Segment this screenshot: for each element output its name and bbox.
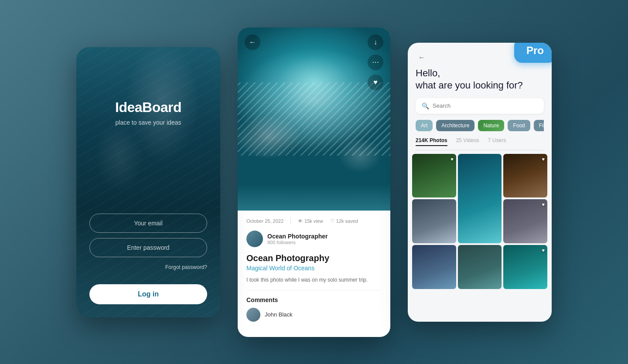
photo-subtitle: Magical World of Oceans <box>246 265 382 272</box>
photo-detail-screen: ← ↓ ⋯ ♥ October 25, 2022 👁 15k view ♡ 12… <box>238 27 390 337</box>
wave-foam-decoration <box>238 82 390 156</box>
nav-actions: ↓ ⋯ ♥ <box>368 34 383 90</box>
photo-title: Ocean Photography <box>246 253 382 263</box>
grid-image-ocean <box>458 154 502 243</box>
search-input[interactable] <box>433 102 538 109</box>
download-icon[interactable]: ↓ <box>368 34 383 50</box>
grid-image-alpine <box>412 245 456 289</box>
photo-meta: October 25, 2022 👁 15k view ♡ 12k saved <box>246 218 382 225</box>
grid-heart-icon-3[interactable]: ♥ <box>542 156 545 162</box>
photo-grid: ♥ ♥ <box>412 150 547 293</box>
grid-item-8[interactable]: ♥ <box>503 245 547 289</box>
tag-food[interactable]: Food <box>508 120 530 131</box>
photo-detail-body: October 25, 2022 👁 15k view ♡ 12k saved … <box>238 211 390 337</box>
browse-greeting: Hello, what are you looking for? <box>416 67 544 92</box>
comment-item: John Black <box>246 308 382 322</box>
author-info: Ocean Photographer 800 followers <box>267 233 328 245</box>
grid-heart-icon-8[interactable]: ♥ <box>542 248 545 253</box>
photo-views: 👁 15k view <box>298 218 323 224</box>
login-screen: IdeaBoard place to save your ideas Forgo… <box>76 47 220 317</box>
login-title: IdeaBoard <box>115 99 181 116</box>
author-followers: 800 followers <box>267 240 328 245</box>
grid-image-lake <box>458 245 502 289</box>
browse-grid-container: ♥ ♥ <box>408 150 552 293</box>
tab-photos[interactable]: 214K Photos <box>416 137 447 146</box>
author-name: Ocean Photographer <box>267 233 328 240</box>
grid-image-cliff <box>503 199 547 243</box>
more-options-icon[interactable]: ⋯ <box>368 54 383 70</box>
grid-item-2[interactable] <box>458 154 502 243</box>
grid-item-5[interactable]: ♥ <box>503 199 547 243</box>
browse-screen: Pro ← Hello, what are you looking for? 🔍… <box>408 43 552 322</box>
tag-nature[interactable]: Nature <box>478 120 504 131</box>
grid-image-forest <box>412 154 456 198</box>
login-button[interactable]: Log in <box>89 284 207 304</box>
search-icon: 🔍 <box>422 102 429 109</box>
category-tags: Art Architecture Nature Food Film <box>416 120 544 131</box>
eye-icon: 👁 <box>298 218 303 224</box>
browse-back-icon[interactable]: ← <box>416 51 428 64</box>
grid-heart-icon-5[interactable]: ♥ <box>542 202 545 207</box>
grid-item-1[interactable]: ♥ <box>412 154 456 198</box>
search-bar[interactable]: 🔍 <box>416 98 544 114</box>
pro-badge[interactable]: Pro <box>514 43 552 63</box>
author-avatar <box>246 231 263 247</box>
grid-item-7[interactable] <box>458 245 502 289</box>
tab-users[interactable]: 7 Users <box>488 137 506 146</box>
forgot-password-link[interactable]: Forgot password? <box>89 264 207 270</box>
grid-image-mushroom <box>503 154 547 198</box>
tab-videos[interactable]: 25 Videos <box>456 137 479 146</box>
grid-item-3[interactable]: ♥ <box>503 154 547 198</box>
grid-image-teal <box>503 245 547 289</box>
password-input[interactable] <box>89 238 207 257</box>
grid-item-6[interactable] <box>412 245 456 289</box>
content-divider <box>246 290 382 290</box>
save-heart-icon: ♡ <box>330 218 334 224</box>
photo-nav-bar: ← ↓ ⋯ ♥ <box>245 34 383 90</box>
tag-architecture[interactable]: Architecture <box>436 120 474 131</box>
grid-item-4[interactable] <box>412 199 456 243</box>
commenter-avatar <box>246 308 260 322</box>
commenter-name: John Black <box>265 311 293 318</box>
photo-saves: ♡ 12k saved <box>330 218 358 224</box>
photo-hero: ← ↓ ⋯ ♥ <box>238 27 390 211</box>
login-subtitle: place to save your ideas <box>116 119 181 126</box>
back-icon[interactable]: ← <box>245 34 260 50</box>
email-input[interactable] <box>89 214 207 233</box>
grid-heart-icon-1[interactable]: ♥ <box>451 156 454 162</box>
photo-author: Ocean Photographer 800 followers <box>246 231 382 247</box>
grid-image-mountain <box>412 199 456 243</box>
tag-film[interactable]: Film <box>534 120 544 131</box>
photo-description: I took this photo while I was on my solo… <box>246 276 382 284</box>
photo-date: October 25, 2022 <box>246 218 283 224</box>
meta-divider <box>290 218 291 225</box>
browse-tabs: 214K Photos 25 Videos 7 Users <box>416 137 544 150</box>
tag-art[interactable]: Art <box>416 120 433 131</box>
heart-icon[interactable]: ♥ <box>368 75 383 90</box>
comments-heading: Comments <box>246 296 382 303</box>
